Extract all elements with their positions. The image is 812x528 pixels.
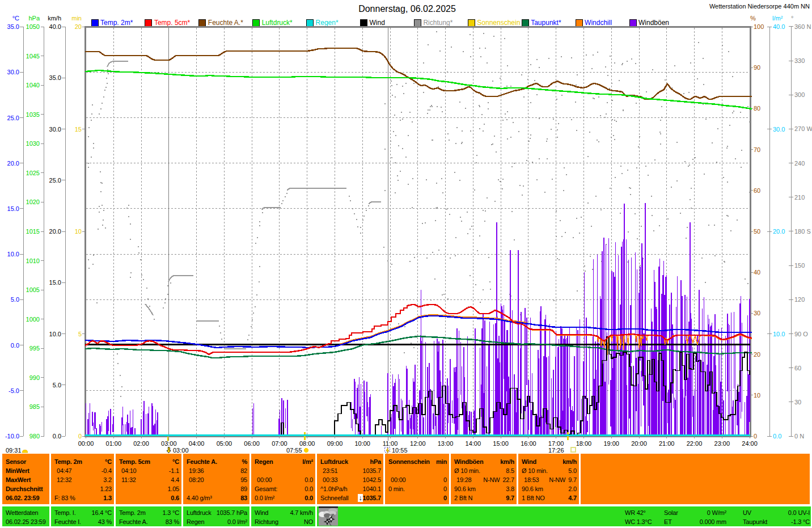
svg-text:360 N: 360 N (794, 23, 811, 30)
svg-text:5: 5 (78, 331, 82, 337)
svg-text:Richtung*: Richtung* (423, 19, 452, 27)
svg-text:Taupunkt*: Taupunkt* (531, 19, 561, 27)
svg-text:23:00: 23:00 (714, 440, 730, 447)
svg-text:09:00: 09:00 (327, 440, 343, 447)
svg-text:03:00: 03:00 (173, 447, 189, 454)
svg-text:20: 20 (754, 351, 760, 358)
svg-text:07:55: 07:55 (286, 447, 302, 454)
svg-text:10.0: 10.0 (49, 331, 61, 337)
svg-text:10.0: 10.0 (773, 331, 785, 337)
svg-text:40.0: 40.0 (49, 23, 61, 30)
svg-text:985: 985 (29, 403, 40, 410)
svg-text:Windböen: Windböen (638, 19, 669, 27)
svg-text:10: 10 (754, 392, 760, 399)
svg-text:10:55: 10:55 (392, 447, 408, 454)
svg-text:20.0: 20.0 (773, 228, 785, 235)
svg-text:150: 150 (794, 262, 805, 269)
svg-text:100: 100 (754, 23, 764, 30)
svg-text:Temp. 5cm*: Temp. 5cm* (154, 19, 191, 27)
svg-text:60: 60 (754, 187, 760, 194)
svg-text:180 S: 180 S (794, 228, 811, 235)
svg-text:210: 210 (794, 194, 805, 201)
svg-text:Windchill: Windchill (585, 19, 612, 27)
svg-text:10: 10 (75, 228, 82, 235)
svg-text:30.0: 30.0 (49, 126, 61, 133)
svg-text:04:00: 04:00 (189, 440, 205, 447)
svg-text:09:31: 09:31 (6, 447, 22, 454)
svg-text:1045: 1045 (26, 53, 40, 60)
svg-text:1015: 1015 (26, 228, 40, 235)
svg-text:30: 30 (794, 399, 801, 405)
svg-text:90 O: 90 O (794, 331, 808, 337)
svg-text:1050: 1050 (26, 23, 40, 30)
svg-text:10:00: 10:00 (354, 440, 370, 447)
svg-text:11:00: 11:00 (383, 440, 398, 447)
svg-text:30.0: 30.0 (773, 126, 785, 133)
svg-text:03:00: 03:00 (161, 440, 177, 447)
svg-text:995: 995 (29, 345, 40, 352)
svg-text:08:00: 08:00 (299, 440, 315, 447)
svg-text:Wetterstation Niedersorpe 440m: Wetterstation Niedersorpe 440m NN (709, 3, 810, 10)
svg-text:18:00: 18:00 (576, 440, 592, 447)
svg-text:1030: 1030 (26, 140, 40, 147)
svg-text:60: 60 (794, 365, 801, 371)
svg-text:hPa: hPa (28, 15, 40, 22)
svg-text:5.0: 5.0 (53, 382, 61, 388)
svg-text:990: 990 (29, 374, 40, 381)
svg-text:min: min (71, 15, 82, 22)
svg-text:25.0: 25.0 (49, 177, 61, 184)
svg-text:00:00: 00:00 (78, 440, 94, 447)
svg-text:01:00: 01:00 (106, 440, 122, 447)
svg-text:20.0: 20.0 (49, 228, 61, 235)
svg-text:20:00: 20:00 (631, 440, 647, 447)
svg-text:13:00: 13:00 (438, 440, 454, 447)
svg-text:Regen*: Regen* (316, 19, 339, 27)
svg-text:35.0: 35.0 (7, 23, 19, 30)
svg-text:30.0: 30.0 (7, 69, 19, 75)
svg-text:°C: °C (12, 15, 19, 22)
svg-text:30: 30 (754, 310, 760, 316)
svg-text:15: 15 (75, 126, 82, 133)
svg-text:0: 0 (754, 433, 757, 440)
svg-text:10.0: 10.0 (7, 251, 19, 257)
svg-text:02:00: 02:00 (133, 440, 149, 447)
svg-text:120: 120 (794, 296, 805, 303)
svg-text:20: 20 (75, 23, 82, 30)
svg-text:0.0: 0.0 (773, 433, 781, 440)
svg-text:40.0: 40.0 (773, 23, 785, 30)
svg-text:1035: 1035 (26, 111, 40, 118)
svg-text:240: 240 (794, 160, 805, 167)
svg-text:-5.0: -5.0 (9, 387, 19, 394)
svg-text:21:00: 21:00 (659, 440, 675, 447)
svg-text:19:00: 19:00 (603, 440, 619, 447)
svg-text:17:26: 17:26 (548, 447, 564, 454)
svg-text:70: 70 (754, 146, 760, 153)
svg-text:15.0: 15.0 (7, 205, 19, 212)
svg-text:0.0: 0.0 (53, 433, 61, 440)
svg-text:15.0: 15.0 (49, 279, 61, 286)
svg-text:Luftdruck*: Luftdruck* (262, 19, 293, 27)
svg-text:1020: 1020 (26, 198, 40, 205)
svg-text:15:00: 15:00 (493, 440, 509, 447)
svg-text:12:00: 12:00 (410, 440, 426, 447)
svg-text:06:00: 06:00 (244, 440, 260, 447)
svg-text:1025: 1025 (26, 170, 40, 176)
svg-text:16:00: 16:00 (521, 440, 536, 447)
svg-text:0: 0 (78, 433, 82, 440)
svg-text:Donnerstag, 06.02.2025: Donnerstag, 06.02.2025 (358, 4, 456, 14)
svg-text:km/h: km/h (48, 15, 61, 22)
svg-text:Wind: Wind (370, 19, 385, 27)
svg-text:300: 300 (794, 91, 805, 98)
svg-text:°: ° (791, 15, 793, 22)
svg-text:80: 80 (754, 105, 760, 112)
svg-text:1000: 1000 (26, 316, 40, 323)
svg-text:24:00: 24:00 (742, 440, 758, 447)
svg-text:07:00: 07:00 (272, 440, 287, 447)
svg-text:25.0: 25.0 (7, 115, 19, 121)
svg-text:Temp. 2m*: Temp. 2m* (100, 19, 133, 27)
svg-text:0 N: 0 N (794, 433, 804, 440)
svg-text:330: 330 (794, 57, 805, 64)
svg-text:980: 980 (29, 433, 40, 440)
svg-text:22:00: 22:00 (687, 440, 703, 447)
svg-text:Sonnenschein: Sonnenschein (477, 19, 520, 27)
